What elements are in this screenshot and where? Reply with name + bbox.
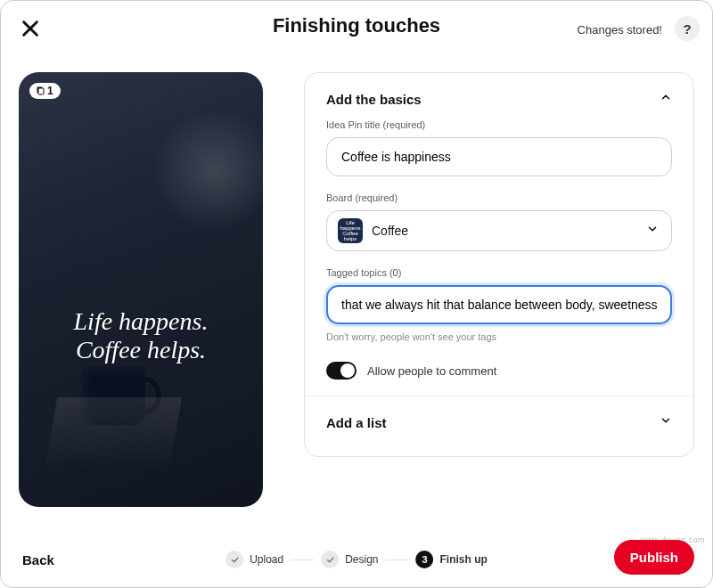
- step-label: Upload: [250, 553, 283, 566]
- board-label: Board (required): [326, 192, 672, 203]
- close-button[interactable]: [20, 19, 42, 40]
- page-title: Finishing touches: [273, 14, 440, 37]
- back-button[interactable]: Back: [22, 552, 54, 568]
- question-icon: ?: [683, 21, 691, 37]
- preview-mug-shape: [81, 366, 145, 425]
- add-list-title: Add a list: [326, 415, 387, 430]
- check-icon: [325, 555, 335, 565]
- details-panel: Add the basics Idea Pin title (required)…: [304, 72, 694, 457]
- topics-input[interactable]: [326, 285, 672, 324]
- step-label: Design: [345, 553, 378, 566]
- editor-modal: Finishing touches Changes stored! ? 1 Li…: [0, 0, 713, 588]
- board-select[interactable]: Life happens Coffee helps Coffee: [326, 210, 672, 251]
- topics-field-group: Tagged topics (0) Don't worry, people wo…: [326, 267, 672, 342]
- pages-icon: [35, 86, 45, 96]
- page-count: 1: [47, 85, 53, 97]
- help-button[interactable]: ?: [675, 16, 700, 41]
- step-active-number: 3: [416, 551, 434, 568]
- title-label: Idea Pin title (required): [326, 119, 672, 130]
- step-upload[interactable]: Upload: [225, 551, 283, 568]
- chevron-down-icon: [660, 414, 672, 430]
- page-count-badge: 1: [29, 83, 61, 99]
- title-input[interactable]: [326, 137, 672, 176]
- preview-overlay-text: Life happens. Coffee helps.: [19, 307, 263, 364]
- step-connector: [386, 559, 409, 560]
- content-body: 1 Life happens. Coffee helps. Add the ba…: [1, 51, 712, 507]
- comment-toggle-label: Allow people to comment: [367, 364, 496, 378]
- footer: Back Upload Design 3 Finish up Publish: [1, 532, 712, 587]
- chevron-up-icon: [660, 91, 672, 107]
- step-done-icon: [321, 551, 339, 568]
- step-finish[interactable]: 3 Finish up: [416, 551, 488, 568]
- step-connector: [291, 559, 314, 560]
- basics-section-body: Idea Pin title (required) Board (require…: [305, 119, 693, 396]
- step-label: Finish up: [440, 553, 488, 566]
- svg-rect-1: [38, 88, 44, 94]
- check-icon: [230, 555, 240, 565]
- toggle-knob: [340, 363, 355, 378]
- header: Finishing touches Changes stored! ?: [1, 1, 712, 51]
- basics-section-header[interactable]: Add the basics: [305, 73, 693, 119]
- topics-hint: Don't worry, people won't see your tags: [326, 331, 672, 342]
- board-thumbnail: Life happens Coffee helps: [338, 218, 363, 243]
- chevron-down-icon: [646, 223, 659, 239]
- title-field-group: Idea Pin title (required): [326, 119, 672, 176]
- add-list-section-header[interactable]: Add a list: [305, 396, 693, 448]
- comment-toggle[interactable]: [326, 362, 356, 380]
- board-name: Coffee: [372, 224, 408, 238]
- publish-button[interactable]: Publish: [614, 540, 694, 575]
- topics-label: Tagged topics (0): [326, 267, 672, 278]
- step-done-icon: [225, 551, 243, 568]
- pin-preview[interactable]: 1 Life happens. Coffee helps.: [19, 72, 263, 507]
- comment-toggle-row: Allow people to comment: [326, 362, 672, 380]
- board-field-group: Board (required) Life happens Coffee hel…: [326, 192, 672, 251]
- close-icon: [20, 19, 40, 38]
- save-status: Changes stored!: [578, 23, 662, 37]
- step-design[interactable]: Design: [321, 551, 378, 568]
- stepper: Upload Design 3 Finish up: [225, 551, 488, 568]
- basics-section-title: Add the basics: [326, 92, 422, 107]
